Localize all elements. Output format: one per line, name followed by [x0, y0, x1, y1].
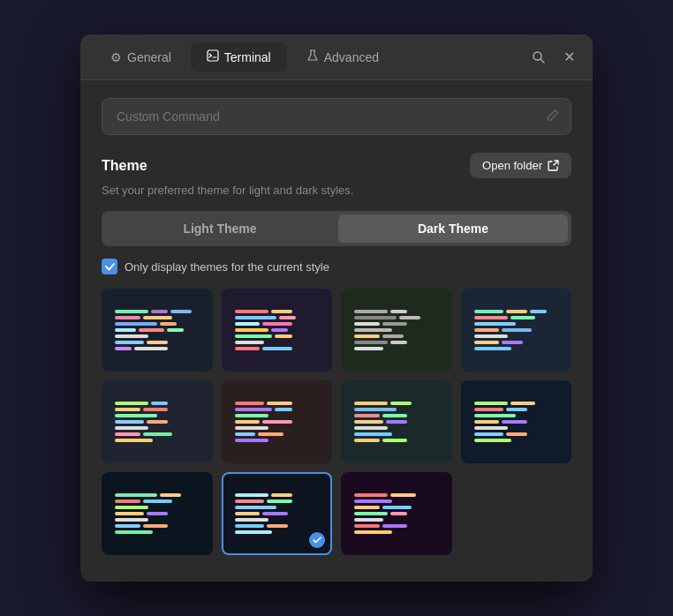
code-preview-7 — [351, 396, 442, 447]
theme-card-1[interactable] — [102, 289, 213, 372]
tab-advanced-label: Advanced — [324, 50, 379, 64]
tab-general[interactable]: ⚙ General — [95, 43, 187, 71]
theme-toggle: Light Theme Dark Theme — [102, 211, 571, 246]
code-preview-10 — [231, 488, 322, 539]
theme-card-8[interactable] — [461, 380, 572, 463]
checkbox-label: Only display themes for the current styl… — [125, 260, 329, 274]
custom-command-wrapper — [102, 98, 571, 135]
code-preview-8 — [471, 396, 562, 447]
code-preview-6 — [231, 396, 322, 447]
tab-terminal[interactable]: Terminal — [191, 42, 287, 71]
svg-line-4 — [541, 59, 544, 63]
theme-section-header: Theme Open folder — [102, 153, 571, 178]
close-button[interactable]: ✕ — [560, 45, 578, 69]
title-bar-actions: ✕ — [528, 45, 578, 69]
theme-card-4[interactable] — [461, 289, 572, 372]
theme-description: Set your preferred theme for light and d… — [102, 184, 571, 197]
code-preview-11 — [351, 488, 442, 539]
code-preview-2 — [231, 304, 322, 356]
flask-icon — [306, 49, 319, 64]
svg-rect-0 — [208, 50, 218, 61]
theme-card-7[interactable] — [341, 380, 452, 463]
theme-card-9[interactable] — [102, 472, 213, 555]
selected-check-badge — [309, 532, 325, 548]
tab-terminal-label: Terminal — [224, 50, 271, 64]
custom-command-input[interactable] — [102, 98, 571, 135]
open-folder-button[interactable]: Open folder — [470, 153, 571, 178]
theme-card-5[interactable] — [102, 380, 213, 463]
code-preview-9 — [111, 488, 202, 539]
display-themes-checkbox[interactable] — [102, 259, 117, 274]
theme-card-2[interactable] — [222, 289, 333, 372]
code-preview-3 — [351, 304, 442, 356]
checkbox-row[interactable]: Only display themes for the current styl… — [102, 259, 571, 274]
preferences-window: ⚙ General Terminal Advanced — [80, 34, 593, 582]
theme-card-10[interactable] — [222, 472, 333, 555]
open-folder-label: Open folder — [482, 159, 542, 172]
tab-advanced[interactable]: Advanced — [291, 42, 395, 71]
search-button[interactable] — [528, 47, 549, 68]
code-preview-1 — [111, 304, 202, 356]
theme-grid — [102, 289, 571, 555]
tab-general-label: General — [127, 50, 171, 64]
theme-card-6[interactable] — [222, 380, 333, 463]
theme-label: Theme — [102, 158, 147, 174]
external-link-icon — [548, 160, 559, 171]
close-icon: ✕ — [563, 49, 575, 65]
content-area: Theme Open folder Set your preferred the… — [80, 80, 593, 573]
terminal-icon — [207, 49, 219, 64]
code-preview-5 — [111, 396, 202, 447]
code-preview-4 — [471, 304, 562, 356]
light-theme-button[interactable]: Light Theme — [105, 214, 335, 243]
theme-card-3[interactable] — [341, 289, 452, 372]
gear-icon: ⚙ — [110, 50, 122, 64]
dark-theme-button[interactable]: Dark Theme — [338, 214, 568, 243]
title-bar: ⚙ General Terminal Advanced — [80, 34, 593, 80]
theme-card-11[interactable] — [341, 472, 452, 555]
